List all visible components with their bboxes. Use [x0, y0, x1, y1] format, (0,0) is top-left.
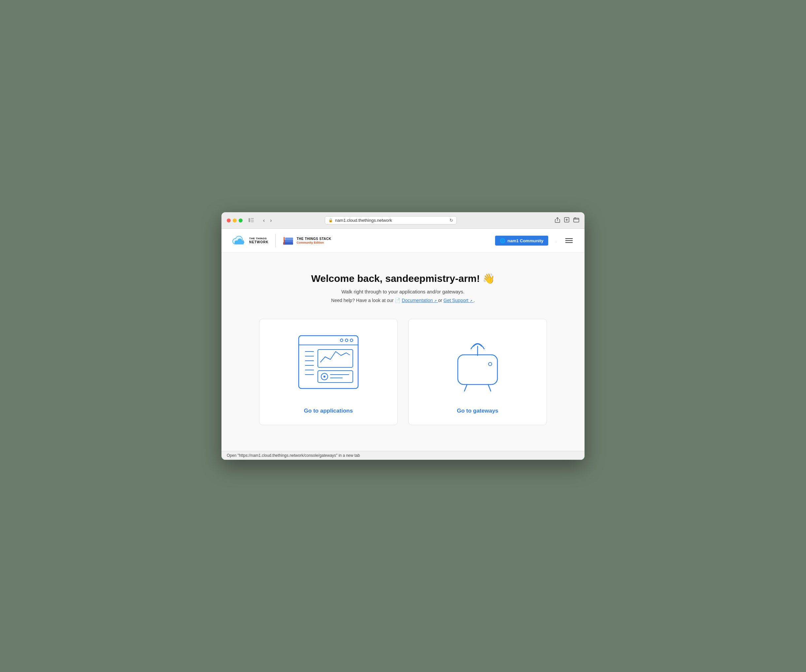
hamburger-line-2 [565, 240, 573, 241]
help-text: Need help? Have a look at our 📄 Document… [235, 298, 571, 303]
applications-illustration [289, 332, 368, 400]
welcome-subtitle: Walk right through to your applications … [235, 289, 571, 294]
close-button[interactable] [227, 218, 231, 223]
svg-rect-15 [299, 336, 358, 388]
dot-separator: . [555, 238, 557, 244]
tts-logo[interactable]: THE THINGS STACK Community Edition [282, 236, 331, 246]
svg-rect-1 [251, 218, 254, 219]
svg-point-17 [340, 339, 343, 342]
external-link-icon-docs: ↗ [434, 299, 437, 303]
tts-stack-icon [282, 236, 294, 246]
status-bar-text: Open "https://nam1.cloud.thethings.netwo… [227, 453, 360, 458]
status-bar: Open "https://nam1.cloud.thethings.netwo… [221, 451, 585, 460]
svg-point-19 [350, 339, 353, 342]
welcome-section: Welcome back, sandeepmistry-arm! 👋 Walk … [235, 272, 571, 303]
svg-rect-5 [574, 218, 579, 222]
svg-point-18 [345, 339, 348, 342]
browser-window: ‹ › 🔒 nam1.cloud.thethings.network ↻ [221, 212, 585, 460]
address-bar[interactable]: 🔒 nam1.cloud.thethings.network ↻ [325, 216, 457, 225]
gateways-card-label: Go to gateways [457, 408, 499, 414]
svg-rect-33 [458, 355, 497, 385]
svg-rect-0 [249, 218, 250, 222]
traffic-lights [227, 218, 243, 223]
svg-rect-11 [283, 242, 293, 244]
maximize-button[interactable] [239, 218, 243, 223]
svg-rect-12 [284, 240, 293, 242]
new-tab-button[interactable] [564, 217, 569, 224]
svg-point-29 [324, 376, 325, 378]
svg-point-34 [489, 362, 492, 366]
applications-card-label: Go to applications [304, 408, 353, 414]
help-suffix: . [474, 298, 475, 303]
back-button[interactable]: ‹ [261, 217, 267, 224]
external-link-icon-support: ↗ [470, 299, 472, 303]
toolbar-right [555, 217, 579, 224]
applications-card[interactable]: Go to applications [259, 319, 398, 425]
title-bar: ‹ › 🔒 nam1.cloud.thethings.network ↻ [221, 212, 585, 229]
gateways-card[interactable]: Go to gateways [408, 319, 547, 425]
url-text: nam1.cloud.thethings.network [335, 218, 448, 223]
tts-logo-text: THE THINGS STACK Community Edition [297, 237, 331, 244]
svg-rect-3 [251, 221, 254, 222]
share-button[interactable] [555, 217, 560, 224]
svg-rect-10 [235, 242, 244, 244]
help-or: or [438, 298, 442, 303]
ttn-logo[interactable]: THE THINGS NETWORK [232, 236, 269, 246]
forward-button[interactable]: › [268, 217, 274, 224]
nav-controls: ‹ › [261, 217, 274, 224]
help-prefix: Need help? Have a look at our [331, 298, 393, 303]
cluster-label: nam1 Community [507, 238, 543, 243]
svg-rect-6 [574, 218, 576, 218]
hamburger-line-3 [565, 242, 573, 243]
lock-icon: 🔒 [329, 218, 333, 223]
ttn-logo-text: THE THINGS NETWORK [249, 237, 269, 244]
logo-divider [275, 234, 276, 247]
main-content: Welcome back, sandeepmistry-arm! 👋 Walk … [221, 253, 585, 451]
svg-rect-14 [284, 237, 284, 244]
support-link[interactable]: Get Support ↗ [444, 298, 474, 303]
reload-button[interactable]: ↻ [449, 218, 453, 223]
cards-row: Go to applications [254, 319, 552, 425]
sidebar-toggle-button[interactable] [246, 217, 256, 224]
cluster-button[interactable]: 🌐 nam1 Community [495, 236, 548, 246]
gateways-illustration [438, 332, 517, 400]
hamburger-menu-button[interactable] [564, 237, 574, 244]
docs-icon: 📄 [395, 298, 400, 303]
ttn-cloud-icon [232, 236, 246, 246]
svg-rect-27 [318, 371, 353, 383]
documentation-link[interactable]: Documentation ↗ [402, 298, 438, 303]
hamburger-line-1 [565, 238, 573, 239]
svg-rect-2 [251, 220, 254, 220]
svg-rect-13 [285, 238, 293, 240]
app-header: THE THINGS NETWORK THE THINGS STACK Comm… [221, 229, 585, 253]
globe-icon: 🌐 [500, 238, 505, 243]
tabs-button[interactable] [573, 217, 579, 224]
welcome-title: Welcome back, sandeepmistry-arm! 👋 [235, 272, 571, 284]
minimize-button[interactable] [233, 218, 237, 223]
